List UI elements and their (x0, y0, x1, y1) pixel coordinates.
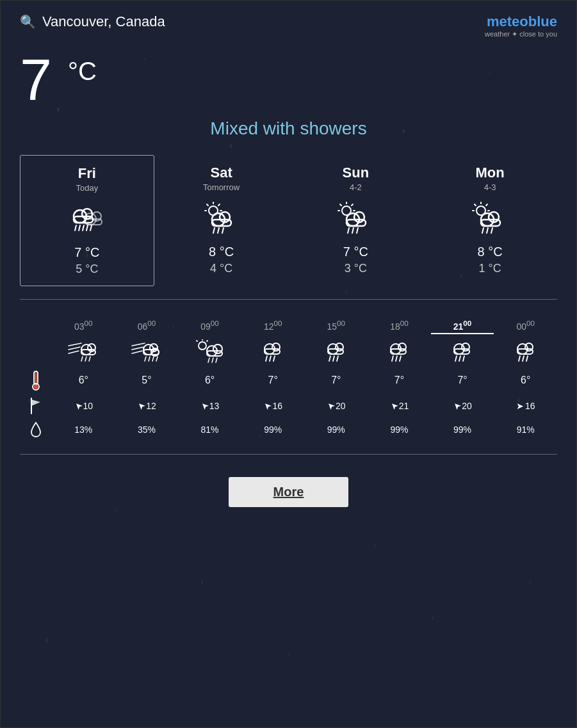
forecast-card-2[interactable]: Sun 4-2 (289, 155, 423, 286)
forecast-day-0: Fri (27, 165, 147, 182)
hourly-icon-6 (431, 340, 494, 363)
header: 🔍 Vancouver, Canada meteoblue weather ✦ … (20, 13, 557, 38)
forecast-icon-3 (469, 202, 511, 237)
forecast-low-3: 1 °C (429, 262, 551, 275)
bottom-divider (20, 454, 557, 455)
more-button-container: More (20, 471, 557, 520)
hourly-wind-3: ➤ 16 (241, 401, 305, 411)
hourly-icon-3 (241, 340, 305, 363)
hourly-time-5: 1800 (368, 319, 431, 334)
svg-line-37 (486, 204, 487, 206)
svg-line-32 (348, 228, 349, 233)
hourly-time-4: 1500 (305, 319, 368, 334)
hourly-temp-1: 5° (115, 375, 179, 386)
hourly-wind-6: ➤ 20 (431, 401, 494, 411)
hourly-temp-4: 7° (305, 375, 368, 386)
weather-widget: 🔍 Vancouver, Canada meteoblue weather ✦ … (0, 0, 577, 728)
forecast-icon-0 (66, 202, 108, 238)
svg-line-92 (392, 356, 393, 361)
forecast-icon-1 (200, 202, 242, 237)
hourly-precip-7: 91% (494, 425, 557, 435)
hourly-precip-3: 99% (241, 425, 305, 435)
hourly-icons-row (20, 339, 557, 364)
svg-line-33 (352, 228, 354, 233)
svg-line-87 (333, 356, 334, 361)
svg-line-58 (132, 351, 142, 353)
hourly-precip-6: 99% (431, 425, 494, 435)
hourly-row-spacer (20, 319, 52, 334)
svg-line-47 (69, 343, 81, 346)
svg-line-56 (132, 343, 145, 346)
hourly-precip-1: 35% (115, 425, 179, 435)
svg-line-105 (523, 356, 524, 361)
svg-line-44 (482, 228, 484, 233)
forecast-sublabel-3: 4-3 (429, 182, 551, 192)
location-display[interactable]: 🔍 Vancouver, Canada (20, 13, 165, 30)
svg-line-74 (208, 358, 209, 362)
svg-line-63 (145, 357, 146, 361)
forecast-high-2: 7 °C (295, 245, 417, 259)
location-text: Vancouver, Canada (42, 13, 165, 30)
hourly-temp-6: 7° (431, 375, 494, 386)
hourly-precip-2: 81% (178, 425, 241, 435)
forecast-card-3[interactable]: Mon 4-3 (423, 155, 557, 286)
svg-line-55 (89, 357, 90, 361)
forecast-card-1[interactable]: Sat Tomorrow (154, 155, 289, 286)
hourly-temps-row: 6° 5° 6° 7° 7° 7° 7° 6° (20, 370, 557, 391)
forecast-high-0: 7 °C (27, 245, 147, 260)
current-temperature: 7 °C (20, 51, 97, 109)
hourly-wind-1: ➤ 12 (115, 401, 179, 411)
svg-line-57 (132, 347, 143, 350)
svg-marker-112 (31, 400, 40, 406)
hourly-icon-0 (52, 339, 115, 364)
more-button[interactable]: More (229, 477, 349, 507)
hourly-icon-1 (115, 339, 179, 364)
svg-point-67 (199, 342, 206, 350)
hourly-precip-row: 13% 35% 81% 99% 99% 99% 99% 91% (20, 421, 557, 438)
svg-line-93 (396, 356, 397, 361)
svg-line-9 (86, 225, 88, 231)
svg-line-21 (218, 228, 219, 233)
svg-line-80 (266, 356, 267, 361)
hourly-section: 0300 0600 0900 1200 1500 1800 2100 0000 (20, 319, 557, 438)
svg-point-72 (213, 344, 222, 353)
forecast-card-today[interactable]: Fri Today (20, 155, 154, 286)
forecast-grid: Fri Today (20, 155, 557, 300)
svg-line-65 (152, 357, 154, 361)
svg-line-48 (69, 347, 80, 350)
hourly-temp-0: 6° (52, 375, 115, 386)
svg-line-100 (463, 356, 464, 361)
temp-row-icon (20, 370, 52, 391)
current-condition: Mixed with showers (20, 118, 557, 139)
forecast-sublabel-2: 4-2 (295, 182, 417, 192)
forecast-low-1: 4 °C (161, 262, 282, 275)
forecast-high-3: 8 °C (429, 245, 551, 259)
hourly-time-1: 0600 (115, 319, 179, 334)
svg-line-49 (69, 351, 79, 353)
hourly-icon-5 (368, 340, 431, 363)
svg-line-64 (149, 357, 150, 361)
svg-line-76 (216, 358, 217, 362)
svg-line-6 (75, 225, 76, 231)
hourly-icon-4 (305, 340, 368, 363)
hourly-wind-0: ➤ 10 (52, 401, 115, 411)
svg-line-10 (90, 225, 92, 231)
hourly-temp-7: 6° (494, 375, 557, 386)
forecast-sublabel-0: Today (27, 183, 147, 193)
hourly-precip-0: 13% (52, 425, 115, 435)
svg-line-75 (212, 358, 213, 362)
svg-line-82 (273, 356, 275, 361)
svg-line-45 (487, 228, 488, 233)
svg-line-70 (197, 341, 197, 341)
hourly-temp-5: 7° (368, 375, 431, 386)
search-icon[interactable]: 🔍 (20, 14, 36, 29)
svg-line-46 (491, 228, 492, 233)
forecast-low-2: 3 °C (295, 262, 417, 275)
svg-line-13 (218, 204, 220, 206)
svg-line-40 (475, 204, 476, 206)
svg-line-28 (340, 204, 341, 206)
hourly-time-6-current: 2100 (431, 319, 494, 334)
svg-line-98 (455, 356, 457, 361)
forecast-high-1: 8 °C (161, 245, 282, 259)
hourly-precip-5: 99% (368, 425, 431, 435)
